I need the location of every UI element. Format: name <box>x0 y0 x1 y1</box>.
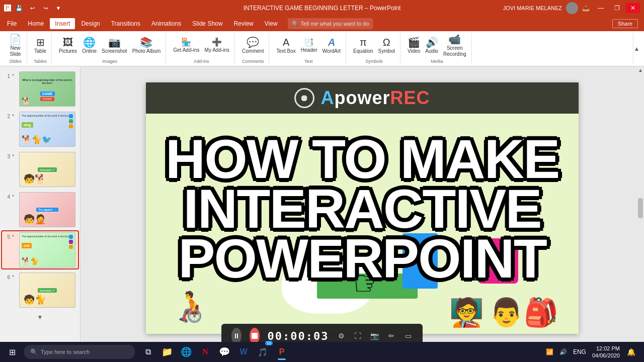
restore-button[interactable]: ❐ <box>610 3 624 13</box>
header-footer-button[interactable]: 📑 Header <box>299 33 319 58</box>
textbox-icon: A <box>283 36 289 48</box>
menu-design[interactable]: Design <box>76 18 105 29</box>
tell-me-label[interactable]: Tell me what you want to do <box>301 21 369 27</box>
pink-letter-block[interactable]: a <box>478 238 518 284</box>
screen-recording-button[interactable]: 📹 Screen Recording <box>441 33 468 58</box>
menu-home[interactable]: Home <box>23 18 49 29</box>
apow-a: A <box>320 87 334 108</box>
taskview-icon: ⧉ <box>145 347 151 356</box>
ribbon-collapse-button[interactable]: ▲ <box>633 33 640 64</box>
screen-recording-label: Screen Recording <box>443 45 466 57</box>
symbols-group: π Equation Ω Symbol Symbols <box>348 33 400 64</box>
wordart-button[interactable]: A WordArt <box>320 33 343 58</box>
my-addins-label: My Add-ins <box>205 47 229 53</box>
qs-more[interactable]: ▼ <box>53 3 63 13</box>
slide-thumb-3[interactable]: 3 * Correct! ✓ 🧒🐕 <box>2 151 78 188</box>
taskbar: ⊞ 🔍 ⧉ 📁 🌐 N 💬 W 🎵 10 P 📶 <box>0 342 644 362</box>
apowerrec-overlay: ⏺ ApowerREC <box>146 82 579 114</box>
recording-pen-button[interactable]: ✏ <box>387 329 395 343</box>
recording-rect-button[interactable]: ▭ <box>404 329 413 343</box>
audio-button[interactable]: 🔊 Audio <box>423 33 440 58</box>
slides-group: 📄 New Slide Slides <box>4 33 27 64</box>
slide-panel-scroll-down[interactable]: ▼ <box>2 312 78 323</box>
share-button[interactable]: Share <box>612 19 638 28</box>
start-button[interactable]: ⊞ <box>2 342 22 362</box>
minimize-button[interactable]: — <box>594 3 608 13</box>
new-slide-button[interactable]: 📄 New Slide <box>7 33 24 58</box>
table-button[interactable]: ⊞ Table <box>32 33 48 58</box>
menu-transitions[interactable]: Transitions <box>106 18 145 29</box>
tables-group: ⊞ Table Tables <box>29 33 52 64</box>
get-addins-button[interactable]: 🏪 Get Add-ins <box>171 33 201 58</box>
edge-button[interactable]: 🌐 <box>177 343 195 361</box>
screenshot-button[interactable]: 📷 Screenshot <box>100 33 129 58</box>
blue-letter-block[interactable]: I <box>403 233 438 289</box>
slide-thumb-5[interactable]: 5 * The beginning letter of the word in … <box>2 231 78 268</box>
slide-star-4: * <box>12 194 17 200</box>
slide2-dots <box>69 114 73 128</box>
qs-redo[interactable]: ↪ <box>40 3 50 13</box>
addins-group-label: Add-ins <box>194 59 209 64</box>
taskbar-search[interactable]: 🔍 <box>24 345 135 359</box>
skype-button[interactable]: 💬 <box>215 343 233 361</box>
scroll-up-arrow[interactable]: ▲ <box>638 67 643 73</box>
slide6-chars: 🧒🐈 <box>24 294 46 305</box>
language-icon[interactable]: ENG <box>571 348 588 355</box>
scroll-thumb[interactable] <box>638 198 643 218</box>
close-button[interactable]: ✕ <box>626 3 640 13</box>
menu-view[interactable]: View <box>260 18 283 29</box>
network-icon[interactable]: 📶 <box>544 348 555 355</box>
recording-settings-button[interactable]: ⚙ <box>337 329 346 343</box>
menu-insert[interactable]: Insert <box>50 18 75 29</box>
slide-thumb-2[interactable]: 2 * The beginning letter of the word in … <box>2 111 78 148</box>
menu-review[interactable]: Review <box>228 18 258 29</box>
media-group: 🎬 Video 🔊 Audio 📹 Screen Recording Media <box>403 33 472 64</box>
online-pictures-button[interactable]: 🌐 Online <box>80 33 99 58</box>
photo-album-button[interactable]: 📚 Photo Album <box>130 33 163 58</box>
window-title: INTERACTIVE GAME BEGINNING LETTER – Powe… <box>244 5 401 12</box>
fullscreen-icon: ⛶ <box>354 332 361 340</box>
netflix-button[interactable]: N <box>196 343 214 361</box>
cursor-hand-icon: ☞ <box>352 262 384 304</box>
qs-undo[interactable]: ↩ <box>27 3 37 13</box>
word-button[interactable]: W <box>234 343 253 361</box>
slide-thumb-6[interactable]: 6 * Correct! ✓ 🧒🐈 <box>2 272 78 309</box>
pictures-button[interactable]: 🖼 Pictures <box>57 33 79 58</box>
new-slide-label: New Slide <box>10 45 21 57</box>
my-addins-button[interactable]: ➕ My Add-ins <box>203 33 231 58</box>
comment-group: 💬 Comment Comments <box>237 33 269 64</box>
textbox-button[interactable]: A Text Box <box>274 33 297 58</box>
menu-animations[interactable]: Animations <box>146 18 186 29</box>
menu-file[interactable]: File <box>2 18 22 29</box>
menu-slideshow[interactable]: Slide Show <box>187 18 227 29</box>
notifications-button[interactable]: 🔔 <box>624 345 638 359</box>
slide-image-4: Try again! → 🧒🤦 <box>19 192 75 227</box>
comment-button[interactable]: 💬 Comment <box>240 33 266 58</box>
system-clock[interactable]: 12:02 PM 04/06/2020 <box>590 345 622 359</box>
media-button[interactable]: 🎵 10 <box>254 343 272 361</box>
screen-recording-icon: 📹 <box>448 33 461 45</box>
recording-fullscreen-button[interactable]: ⛶ <box>354 329 362 343</box>
pictures-icon: 🖼 <box>63 36 73 48</box>
symbol-button[interactable]: Ω Symbol <box>376 33 397 58</box>
fileexplorer-button[interactable]: 📁 <box>158 343 176 361</box>
canvas-scrollbar[interactable]: ▲ ▼ <box>637 66 644 350</box>
slide-thumb-1[interactable]: 1 * What is my beginning letter of the w… <box>2 70 78 108</box>
video-button[interactable]: 🎬 Video <box>406 33 422 58</box>
textbox-label: Text Box <box>276 48 295 54</box>
slide-image-1: What is my beginning letter of the word … <box>19 71 75 107</box>
recording-camera-button[interactable]: 📷 <box>370 329 379 343</box>
qs-save[interactable]: 💾 <box>14 3 24 13</box>
slide-thumb-4[interactable]: 4 * Try again! → 🧒🤦 <box>2 191 78 228</box>
slide-star-3: * <box>12 154 17 159</box>
addins-group: 🏪 Get Add-ins ➕ My Add-ins Add-ins <box>168 33 235 64</box>
apowerrec-circle-icon: ⏺ <box>294 88 314 108</box>
video-icon: 🎬 <box>408 36 420 48</box>
equation-button[interactable]: π Equation <box>351 33 375 58</box>
taskview-button[interactable]: ⧉ <box>139 343 157 361</box>
search-input[interactable] <box>41 349 121 355</box>
powerpoint-button[interactable]: P <box>273 343 291 361</box>
volume-icon[interactable]: 🔊 <box>557 348 569 355</box>
equation-icon: π <box>360 36 367 48</box>
audio-icon: 🔊 <box>426 36 438 48</box>
